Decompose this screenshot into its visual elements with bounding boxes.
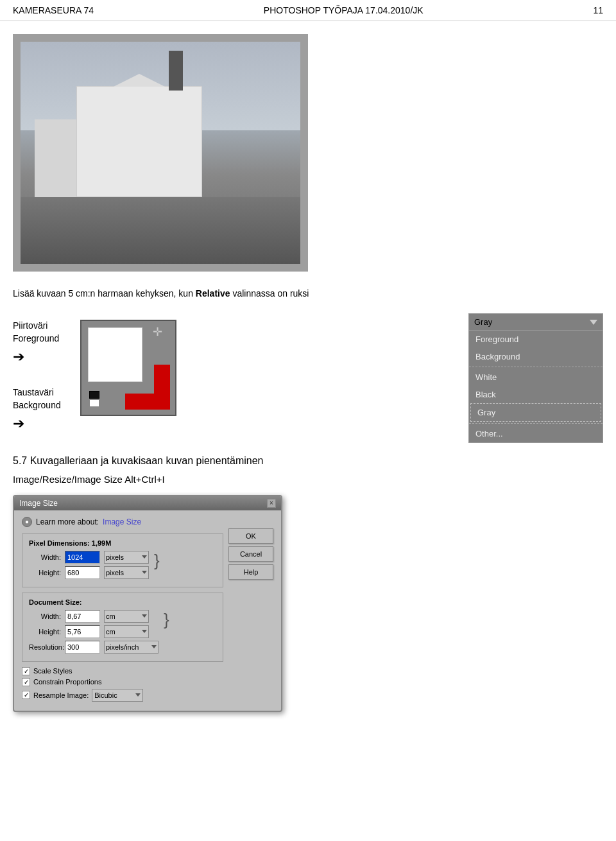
resample-dropdown[interactable]: Bicubic: [92, 689, 143, 702]
height-unit-label: pixels: [106, 569, 124, 577]
building-photo-container: [13, 34, 308, 272]
paragraph1: Lisää kuvaan 5 cm:n harmaan kehyksen, ku…: [13, 287, 603, 300]
building-main: [76, 86, 202, 197]
doc-height-unit-label: cm: [106, 628, 116, 636]
dropdown-item-other[interactable]: Other...: [469, 425, 603, 442]
color-swatches: [89, 391, 99, 407]
constrain-proportions-checkmark: ✓: [24, 679, 29, 686]
color-section-inner: Piirtoväri Foreground ➔ Taustaväri Backg…: [13, 313, 603, 434]
paragraph1-text1: Lisää kuvaan 5 cm:n harmaan kehyksen, ku…: [13, 288, 196, 299]
doc-chain-link: }: [161, 610, 169, 630]
constrain-proportions-checkbox[interactable]: ✓: [22, 678, 30, 686]
scale-styles-checkbox[interactable]: ✓: [22, 667, 30, 675]
foreground-label: Piirtoväri Foreground ➔: [13, 320, 61, 367]
ground-area: [21, 197, 300, 264]
background-label: Taustaväri Background ➔: [13, 386, 61, 434]
scale-styles-label: Scale Styles: [33, 667, 73, 675]
dropdown-divider2: [469, 423, 603, 424]
header-center: PHOTOSHOP TYÖPAJA 17.04.2010/JK: [264, 5, 424, 15]
dropdown-header[interactable]: Gray: [469, 314, 603, 331]
background-arrow-icon: ➔: [13, 414, 61, 434]
black-swatch: [89, 391, 99, 399]
dropdown-selected-label: Gray: [474, 317, 492, 327]
header-right: 11: [593, 5, 603, 15]
resolution-label: Resolution:: [29, 643, 61, 651]
dropdown-divider1: [469, 367, 603, 367]
scale-styles-checkmark: ✓: [24, 668, 29, 675]
dropdown-item-black[interactable]: Black: [469, 386, 603, 403]
resolution-unit-dropdown[interactable]: pixels/inch: [104, 641, 158, 654]
color-canvas-section: Piirtoväri Foreground ➔ Taustaväri Backg…: [13, 313, 603, 434]
doc-width-unit-label: cm: [106, 612, 116, 620]
height-unit-arrow-icon: [142, 571, 147, 574]
section57-subheading: Image/Resize/Image Size Alt+Ctrl+I: [13, 474, 603, 485]
doc-height-label: Height:: [29, 628, 61, 636]
ok-button[interactable]: OK: [228, 528, 273, 544]
dropdown-item-gray[interactable]: Gray: [470, 403, 601, 422]
doc-height-unit-arrow-icon: [142, 630, 147, 633]
cancel-button[interactable]: Cancel: [228, 546, 273, 562]
dialog-title: Image Size: [19, 499, 58, 508]
pixel-fields-row: Width: pixels Height:: [29, 551, 216, 582]
width-unit-dropdown[interactable]: pixels: [104, 551, 149, 564]
doc-width-row: Width: cm: [29, 610, 158, 623]
help-button[interactable]: Help: [228, 564, 273, 580]
doc-width-input[interactable]: [65, 610, 100, 623]
foreground-arrow-icon: ➔: [13, 347, 61, 367]
foreground-label-line1: Piirtoväri: [13, 320, 61, 333]
canvas-red-vert: [154, 365, 170, 410]
dropdown-item-white[interactable]: White: [469, 368, 603, 386]
resolution-input[interactable]: [65, 641, 100, 654]
resample-label: Resample Image:: [33, 691, 89, 699]
white-swatch: [89, 399, 99, 407]
document-size-label: Document Size:: [29, 598, 216, 606]
canvas-white-area: [88, 327, 142, 382]
width-field-row: Width: pixels: [29, 551, 149, 564]
dropdown-arrow-icon: [590, 320, 597, 325]
resample-checkbox[interactable]: ✓: [22, 691, 30, 699]
dialog-body-wrapper: ● Learn more about: Image Size Pixel Dim…: [14, 510, 281, 711]
learn-more-row: ● Learn more about: Image Size: [22, 517, 223, 527]
resample-dropdown-arrow-icon: [135, 693, 141, 697]
background-label-line2: Background: [13, 399, 61, 412]
resample-row: ✓ Resample Image: Bicubic: [22, 689, 223, 702]
doc-width-unit-arrow-icon: [142, 614, 147, 618]
page-content: Lisää kuvaan 5 cm:n harmaan kehyksen, ku…: [0, 21, 616, 725]
height-input[interactable]: [65, 566, 100, 579]
width-input[interactable]: [65, 551, 100, 564]
learn-link[interactable]: Image Size: [103, 517, 141, 526]
color-labels: Piirtoväri Foreground ➔ Taustaväri Backg…: [13, 320, 61, 434]
canvas-preview: ✛: [80, 320, 176, 416]
dialog-wrapper: Image Size × ● Learn more about: Image S…: [13, 495, 282, 712]
dialog-overlay: Image Size × ● Learn more about: Image S…: [13, 495, 603, 712]
doc-width-label: Width:: [29, 612, 61, 620]
scale-styles-row: ✓ Scale Styles: [22, 667, 223, 675]
dropdown-item-foreground[interactable]: Foreground: [469, 331, 603, 348]
resolution-unit-label: pixels/inch: [106, 643, 139, 651]
color-dropdown[interactable]: Gray Foreground Background White Black G…: [468, 313, 603, 443]
dialog-titlebar: Image Size ×: [14, 496, 281, 510]
resample-value-label: Bicubic: [94, 691, 117, 699]
width-label: Width:: [29, 553, 61, 561]
pixel-fields: Width: pixels Height:: [29, 551, 149, 582]
learn-icon: ●: [22, 517, 32, 527]
height-unit-dropdown[interactable]: pixels: [104, 566, 149, 579]
height-label: Height:: [29, 569, 61, 577]
section57-heading: 5.7 Kuvagalleriaan ja kuvakisaan kuvan p…: [13, 453, 603, 469]
constrain-proportions-label: Constrain Proportions: [33, 678, 101, 686]
doc-fields-row: Width: cm Height:: [29, 610, 216, 656]
doc-fields: Width: cm Height:: [29, 610, 158, 656]
image-size-dialog[interactable]: Image Size × ● Learn more about: Image S…: [13, 495, 282, 712]
move-cursor-icon: ✛: [153, 325, 162, 339]
doc-height-row: Height: cm: [29, 625, 158, 638]
doc-chain-link-icon: }: [164, 610, 169, 630]
dialog-close-button[interactable]: ×: [267, 499, 276, 508]
doc-width-unit-dropdown[interactable]: cm: [104, 610, 149, 623]
resolution-row: Resolution: pixels/inch: [29, 641, 158, 654]
dropdown-item-background[interactable]: Background: [469, 348, 603, 365]
doc-height-input[interactable]: [65, 625, 100, 638]
resolution-unit-arrow-icon: [151, 645, 157, 648]
doc-height-unit-dropdown[interactable]: cm: [104, 625, 149, 638]
pixel-dimensions-label: Pixel Dimensions: 1,99M: [29, 539, 216, 547]
width-unit-arrow-icon: [142, 555, 147, 559]
